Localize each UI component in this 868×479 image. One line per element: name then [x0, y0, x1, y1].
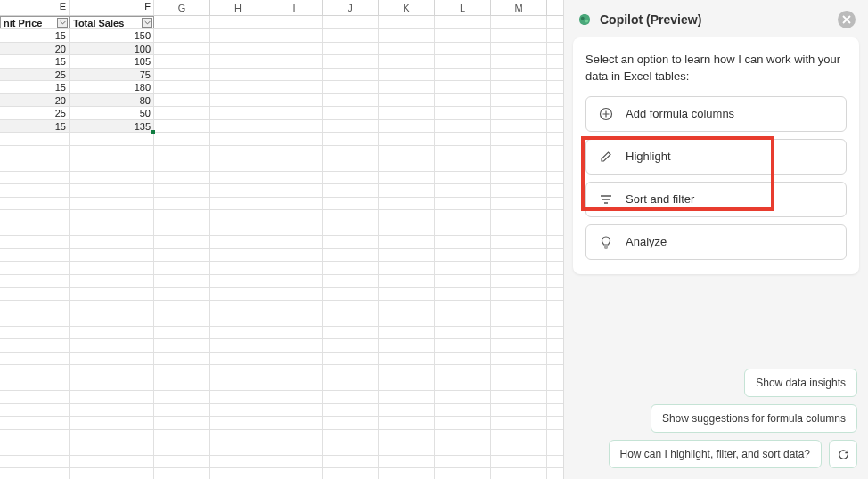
cell[interactable]: [379, 430, 435, 442]
cell[interactable]: [70, 468, 154, 479]
cell[interactable]: [70, 301, 154, 313]
cell[interactable]: [210, 223, 266, 236]
cell[interactable]: [70, 133, 154, 145]
cell[interactable]: [435, 288, 491, 300]
cell[interactable]: [379, 16, 435, 28]
cell[interactable]: [154, 327, 210, 339]
cell[interactable]: [154, 107, 210, 119]
cell[interactable]: [70, 249, 154, 262]
cell[interactable]: [210, 391, 266, 403]
cell[interactable]: [210, 327, 266, 339]
cell[interactable]: [323, 417, 379, 429]
cell[interactable]: [323, 198, 379, 210]
cell[interactable]: [210, 94, 266, 107]
cell[interactable]: [266, 327, 323, 339]
cell[interactable]: [154, 210, 210, 223]
cell[interactable]: [266, 158, 323, 171]
cell[interactable]: [266, 133, 323, 145]
cell[interactable]: [154, 29, 210, 42]
cell[interactable]: [154, 391, 210, 403]
cell[interactable]: [379, 29, 435, 42]
cell[interactable]: [379, 417, 435, 429]
cell[interactable]: [491, 339, 547, 352]
cell[interactable]: [0, 391, 70, 403]
cell[interactable]: [70, 262, 154, 274]
cell[interactable]: [491, 442, 547, 455]
cell[interactable]: [210, 353, 266, 365]
cell[interactable]: [491, 353, 547, 365]
cell[interactable]: [154, 275, 210, 288]
cell[interactable]: [70, 223, 154, 236]
col-header-m[interactable]: M: [491, 0, 547, 15]
cell[interactable]: [491, 55, 547, 68]
cell[interactable]: [491, 391, 547, 403]
cell[interactable]: [0, 249, 70, 262]
cell[interactable]: [435, 275, 491, 288]
cell[interactable]: [435, 404, 491, 417]
cell[interactable]: [210, 378, 266, 391]
cell[interactable]: [491, 184, 547, 197]
cell[interactable]: [266, 120, 323, 133]
cell[interactable]: [491, 249, 547, 262]
cell[interactable]: [379, 107, 435, 119]
cell[interactable]: [323, 378, 379, 391]
cell[interactable]: [70, 275, 154, 288]
cell[interactable]: [491, 223, 547, 236]
cell[interactable]: [491, 133, 547, 145]
cell[interactable]: [379, 391, 435, 403]
cell[interactable]: [379, 184, 435, 197]
cell[interactable]: [154, 69, 210, 81]
cell[interactable]: [266, 236, 323, 248]
cell[interactable]: [491, 94, 547, 107]
cell[interactable]: [323, 430, 379, 442]
cell[interactable]: [491, 456, 547, 468]
cell[interactable]: [210, 107, 266, 119]
cell[interactable]: [154, 365, 210, 378]
cell[interactable]: [379, 55, 435, 68]
col-header-h[interactable]: H: [210, 0, 266, 15]
col-header-k[interactable]: K: [379, 0, 435, 15]
cell[interactable]: [491, 275, 547, 288]
cell[interactable]: [266, 262, 323, 274]
cell[interactable]: [266, 29, 323, 42]
cell[interactable]: [0, 404, 70, 417]
cell[interactable]: [266, 404, 323, 417]
cell[interactable]: [70, 210, 154, 223]
cell[interactable]: [379, 120, 435, 133]
cell[interactable]: [0, 223, 70, 236]
cell[interactable]: [70, 417, 154, 429]
cell[interactable]: [323, 29, 379, 42]
cell[interactable]: [266, 172, 323, 184]
cell[interactable]: [266, 210, 323, 223]
col-header-e[interactable]: E: [0, 0, 70, 15]
cell[interactable]: [154, 288, 210, 300]
cell[interactable]: [266, 442, 323, 455]
cell[interactable]: [491, 327, 547, 339]
cell[interactable]: [70, 198, 154, 210]
cell[interactable]: [379, 365, 435, 378]
cell[interactable]: [0, 430, 70, 442]
cell[interactable]: [379, 133, 435, 145]
cell[interactable]: [70, 456, 154, 468]
cell[interactable]: 15: [0, 120, 70, 133]
cell[interactable]: [154, 378, 210, 391]
cell[interactable]: [379, 262, 435, 274]
cell[interactable]: [0, 275, 70, 288]
cell[interactable]: [323, 404, 379, 417]
cell[interactable]: [379, 288, 435, 300]
cell[interactable]: [70, 404, 154, 417]
cell[interactable]: 15: [0, 29, 70, 42]
cell[interactable]: [435, 29, 491, 42]
cell[interactable]: [491, 262, 547, 274]
cell[interactable]: [0, 184, 70, 197]
cell[interactable]: [154, 456, 210, 468]
cell[interactable]: [0, 456, 70, 468]
cell[interactable]: [435, 210, 491, 223]
cell[interactable]: [379, 404, 435, 417]
cell[interactable]: [70, 391, 154, 403]
cell[interactable]: [210, 29, 266, 42]
cell[interactable]: [491, 69, 547, 81]
cell[interactable]: [491, 417, 547, 429]
cell[interactable]: [435, 55, 491, 68]
cell[interactable]: [266, 417, 323, 429]
